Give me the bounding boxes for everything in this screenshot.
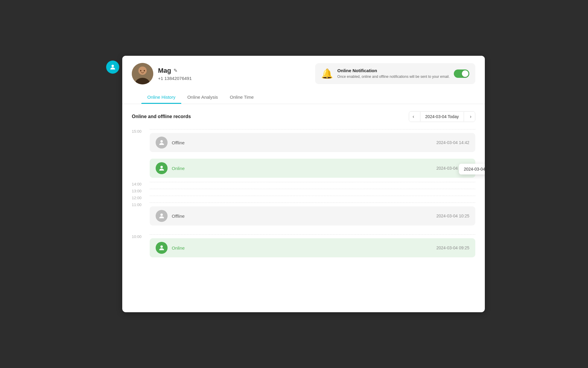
- timeline-area-13: [150, 186, 475, 193]
- time-row-online-1: Online 2024-03-04 14:25 2024-03-04 14:25: [132, 159, 475, 180]
- svg-point-6: [144, 70, 145, 72]
- record-left-offline-2: Offline: [156, 210, 185, 222]
- svg-point-5: [140, 70, 141, 72]
- user-name-row: Mag ✎: [158, 67, 192, 75]
- timeline-area-online-1: Online 2024-03-04 14:25 2024-03-04 14:25: [150, 159, 475, 180]
- record-time-online-2: 2024-03-04 09:25: [436, 245, 469, 250]
- bell-icon: 🔔: [321, 68, 333, 79]
- tab-online-history[interactable]: Online History: [141, 90, 181, 104]
- header-top: Mag ✎ +1 13842076491 🔔 Online Notificati…: [132, 63, 475, 84]
- online-icon-2: [156, 242, 168, 254]
- time-label-12: 12:00: [132, 193, 146, 200]
- online-popover: 2024-03-04 14:25: [459, 164, 485, 174]
- offline-icon: [156, 137, 168, 149]
- svg-point-4: [139, 67, 146, 74]
- record-left: Offline: [156, 137, 185, 149]
- time-row-11: 11:00 Offline: [132, 200, 475, 227]
- table-row: Online 2024-03-04 09:25: [150, 238, 475, 257]
- date-nav: ‹ 2024-03-04 Today ›: [409, 111, 475, 122]
- svg-point-10: [160, 245, 163, 248]
- record-time-offline-2: 2024-03-04 10:25: [436, 214, 469, 218]
- timeline-area-12: [150, 193, 475, 200]
- sidebar: [103, 56, 122, 312]
- h-line-15: [150, 129, 475, 129]
- date-next-button[interactable]: ›: [466, 112, 475, 122]
- svg-point-8: [160, 166, 163, 168]
- h-line-12: [150, 196, 475, 196]
- time-label-empty-1: [132, 159, 146, 161]
- records-header: Online and offline records ‹ 2024-03-04 …: [132, 111, 475, 122]
- notification-title: Online Notification: [337, 68, 450, 73]
- time-row-14: 14:00: [132, 180, 475, 186]
- record-status-offline-1: Offline: [172, 140, 185, 145]
- notification-desc: Once enabled, online and offline notific…: [337, 74, 450, 79]
- timeline-area-14: [150, 180, 475, 186]
- timeline-area-15: Offline 2024-03-04 14:42: [150, 127, 475, 154]
- timeline-area-11: Offline 2024-03-04 10:25: [150, 200, 475, 227]
- record-status-online-1: Online: [172, 166, 185, 171]
- app-container: Mag ✎ +1 13842076491 🔔 Online Notificati…: [103, 56, 485, 312]
- edit-icon[interactable]: ✎: [174, 68, 177, 73]
- user-details: Mag ✎ +1 13842076491: [158, 67, 192, 81]
- user-name: Mag: [158, 67, 171, 75]
- avatar: [132, 63, 153, 84]
- records-title: Online and offline records: [132, 114, 191, 119]
- header: Mag ✎ +1 13842076491 🔔 Online Notificati…: [122, 56, 485, 104]
- time-label-14: 14:00: [132, 180, 146, 186]
- time-label-15: 15:00: [132, 127, 146, 134]
- time-label-13: 13:00: [132, 186, 146, 193]
- h-line-14: [150, 182, 475, 182]
- online-icon-1: [156, 162, 168, 174]
- table-row: Offline 2024-03-04 14:42: [150, 133, 475, 152]
- main-panel: Mag ✎ +1 13842076491 🔔 Online Notificati…: [122, 56, 485, 312]
- time-label-10: 10:00: [132, 232, 146, 239]
- timeline: 15:00 Offline: [132, 127, 475, 259]
- record-left-online-2: Online: [156, 242, 185, 254]
- tab-online-analysis[interactable]: Online Analysis: [181, 90, 224, 104]
- timeline-area-10: Online 2024-03-04 09:25: [150, 232, 475, 259]
- h-line-11: [150, 202, 475, 203]
- svg-point-0: [112, 65, 114, 67]
- svg-point-7: [160, 140, 163, 143]
- time-row-15: 15:00 Offline: [132, 127, 475, 154]
- time-row-10: 10:00 Online: [132, 232, 475, 259]
- offline-icon-2: [156, 210, 168, 222]
- time-row-12: 12:00: [132, 193, 475, 200]
- record-time-offline-1: 2024-03-04 14:42: [436, 140, 469, 145]
- record-status-online-2: Online: [172, 245, 185, 251]
- notification-card: 🔔 Online Notification Once enabled, onli…: [315, 63, 475, 84]
- date-label: 2024-03-04 Today: [420, 112, 464, 121]
- table-row: Online 2024-03-04 14:25: [150, 159, 475, 178]
- record-status-offline-2: Offline: [172, 214, 185, 219]
- h-line-10: [150, 234, 475, 235]
- record-left-online: Online: [156, 162, 185, 174]
- user-phone: +1 13842076491: [158, 76, 192, 81]
- time-label-11: 11:00: [132, 200, 146, 207]
- h-line-13: [150, 189, 475, 189]
- content-area: Online and offline records ‹ 2024-03-04 …: [122, 104, 485, 312]
- sidebar-avatar[interactable]: [106, 61, 119, 74]
- time-row-13: 13:00: [132, 186, 475, 193]
- tab-online-time[interactable]: Online Time: [224, 90, 260, 104]
- user-info: Mag ✎ +1 13842076491: [132, 63, 192, 84]
- notification-text: Online Notification Once enabled, online…: [337, 68, 450, 79]
- svg-point-9: [160, 214, 163, 216]
- table-row: Offline 2024-03-04 10:25: [150, 206, 475, 225]
- tabs: Online History Online Analysis Online Ti…: [132, 90, 475, 104]
- notification-toggle[interactable]: [454, 69, 469, 78]
- date-prev-button[interactable]: ‹: [409, 112, 418, 122]
